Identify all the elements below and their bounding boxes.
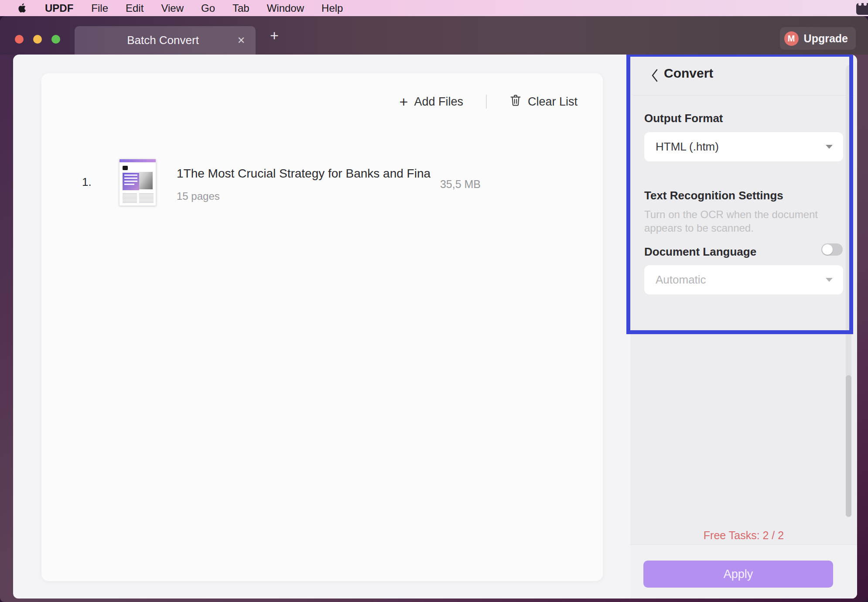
new-tab-button[interactable]: + [265, 25, 284, 46]
file-page-count: 15 pages [177, 190, 220, 202]
upgrade-label: Upgrade [804, 32, 848, 45]
file-size: 35,5 MB [440, 178, 481, 191]
ocr-description: Turn on the OCR when the document appear… [644, 208, 818, 235]
plus-icon: + [400, 94, 408, 109]
toolbar-divider [486, 95, 487, 109]
titlebar: Batch Convert ✕ + M Upgrade [0, 16, 868, 55]
file-thumbnail [119, 159, 156, 206]
trash-icon [509, 94, 522, 110]
tab-batch-convert[interactable]: Batch Convert ✕ [75, 26, 256, 55]
menu-item-updf[interactable]: UPDF [36, 0, 82, 16]
panel-header: Convert [630, 55, 857, 95]
tab-title: Batch Convert [127, 34, 199, 47]
menu-item-file[interactable]: File [82, 0, 117, 16]
file-row[interactable]: 1. 1The Most Crucial Strategy for Banks … [41, 159, 603, 207]
upgrade-button[interactable]: M Upgrade [780, 27, 856, 50]
menu-bar: UPDF File Edit View Go Tab Window Help [0, 0, 868, 16]
text-recognition-label: Text Recognition Settings [644, 189, 783, 202]
window-content: + Add Files Clear List 1. [13, 55, 857, 599]
screen: UPDF File Edit View Go Tab Window Help B… [0, 0, 868, 602]
ocr-toggle[interactable] [821, 243, 843, 256]
ocr-description-line1: Turn on the OCR when the document [644, 208, 818, 221]
menu-item-tab[interactable]: Tab [224, 0, 258, 16]
updf-window: Batch Convert ✕ + M Upgrade + Add Files [0, 16, 868, 602]
panel-header-divider [633, 95, 854, 96]
file-list-card: + Add Files Clear List 1. [41, 73, 603, 581]
close-tab-icon[interactable]: ✕ [235, 34, 248, 47]
menu-item-view[interactable]: View [152, 0, 192, 16]
avatar: M [784, 31, 799, 46]
panel-title: Convert [664, 66, 713, 81]
close-window-button[interactable] [15, 35, 24, 44]
document-language-value: Automatic [656, 273, 706, 287]
apply-bar: Apply [630, 544, 857, 599]
clear-list-button[interactable]: Clear List [509, 94, 578, 110]
ocr-description-line2: appears to be scanned. [644, 221, 818, 235]
chevron-down-icon [826, 145, 833, 149]
document-language-dropdown[interactable]: Automatic [644, 265, 843, 294]
apply-button[interactable]: Apply [643, 561, 833, 588]
minimize-window-button[interactable] [33, 35, 42, 44]
output-format-dropdown[interactable]: HTML (.htm) [644, 132, 843, 161]
menubar-tray-icon[interactable] [856, 3, 868, 15]
output-format-label: Output Format [644, 112, 723, 125]
add-files-button[interactable]: + Add Files [400, 94, 463, 109]
back-button[interactable] [647, 65, 663, 86]
menu-item-go[interactable]: Go [192, 0, 224, 16]
chevron-down-icon [826, 278, 833, 282]
menu-item-window[interactable]: Window [258, 0, 313, 16]
file-title: 1The Most Crucial Strategy for Banks and… [177, 167, 431, 181]
free-tasks-counter: Free Tasks: 2 / 2 [630, 529, 857, 542]
output-format-value: HTML (.htm) [656, 140, 719, 154]
clear-list-label: Clear List [528, 95, 578, 109]
apple-menu-icon[interactable] [14, 3, 29, 14]
zoom-window-button[interactable] [51, 35, 60, 44]
file-index: 1. [82, 175, 92, 189]
scrollbar-thumb[interactable] [846, 375, 851, 517]
menu-item-help[interactable]: Help [313, 0, 352, 16]
convert-panel: Convert Output Format HTML (.htm) Text R… [630, 55, 857, 599]
list-toolbar: + Add Files Clear List [400, 89, 578, 114]
add-files-label: Add Files [414, 95, 463, 109]
ocr-toggle-knob [822, 244, 833, 255]
batch-convert-main: + Add Files Clear List 1. [13, 55, 630, 599]
menu-item-edit[interactable]: Edit [117, 0, 152, 16]
panel-scrollbar[interactable] [846, 65, 851, 517]
document-language-label: Document Language [644, 245, 756, 259]
